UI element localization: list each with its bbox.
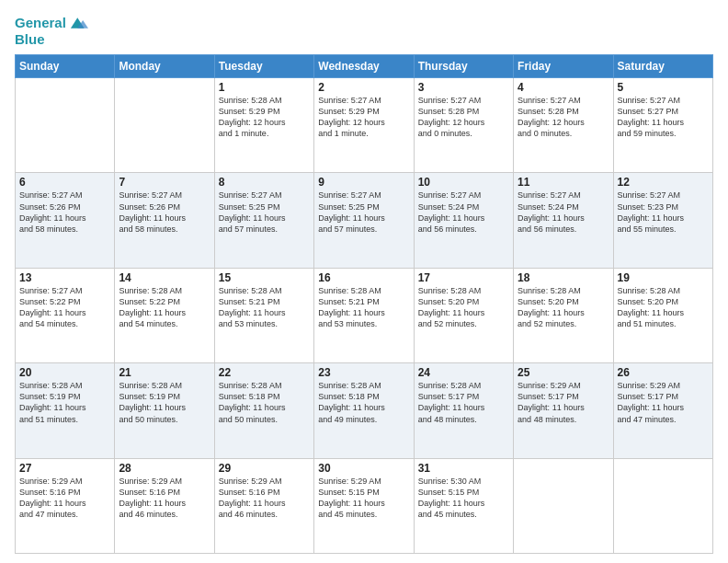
day-number: 16 xyxy=(318,271,409,284)
cell-info: Sunrise: 5:28 AM Sunset: 5:19 PM Dayligh… xyxy=(19,380,110,425)
cell-info: Sunrise: 5:28 AM Sunset: 5:22 PM Dayligh… xyxy=(119,285,210,330)
calendar-cell: 6Sunrise: 5:27 AM Sunset: 5:26 PM Daylig… xyxy=(16,173,115,268)
day-number: 2 xyxy=(318,81,409,94)
day-number: 10 xyxy=(418,176,509,189)
calendar-cell xyxy=(613,458,712,553)
cell-info: Sunrise: 5:27 AM Sunset: 5:26 PM Dayligh… xyxy=(119,190,210,235)
calendar-cell: 17Sunrise: 5:28 AM Sunset: 5:20 PM Dayli… xyxy=(414,268,513,362)
calendar-header-row: SundayMondayTuesdayWednesdayThursdayFrid… xyxy=(16,55,713,78)
cell-info: Sunrise: 5:30 AM Sunset: 5:15 PM Dayligh… xyxy=(418,476,509,521)
day-number: 25 xyxy=(518,366,609,379)
calendar-cell: 26Sunrise: 5:29 AM Sunset: 5:17 PM Dayli… xyxy=(613,363,712,458)
day-number: 21 xyxy=(119,366,210,379)
cell-info: Sunrise: 5:28 AM Sunset: 5:29 PM Dayligh… xyxy=(219,95,310,140)
page: General Blue SundayMondayTuesdayWednesda… xyxy=(0,0,728,563)
day-number: 31 xyxy=(418,462,509,475)
calendar-cell: 22Sunrise: 5:28 AM Sunset: 5:18 PM Dayli… xyxy=(214,363,313,458)
cell-info: Sunrise: 5:29 AM Sunset: 5:17 PM Dayligh… xyxy=(618,380,709,425)
col-header-wednesday: Wednesday xyxy=(314,55,414,78)
calendar-cell xyxy=(115,78,214,173)
day-number: 12 xyxy=(618,176,709,189)
col-header-thursday: Thursday xyxy=(414,55,513,78)
calendar-cell: 29Sunrise: 5:29 AM Sunset: 5:16 PM Dayli… xyxy=(214,458,313,553)
calendar-cell xyxy=(514,458,613,553)
day-number: 20 xyxy=(19,366,110,379)
cell-info: Sunrise: 5:27 AM Sunset: 5:24 PM Dayligh… xyxy=(418,190,509,235)
col-header-sunday: Sunday xyxy=(16,55,115,78)
calendar-cell: 31Sunrise: 5:30 AM Sunset: 5:15 PM Dayli… xyxy=(414,458,513,553)
logo-icon xyxy=(68,13,88,33)
calendar-cell: 23Sunrise: 5:28 AM Sunset: 5:18 PM Dayli… xyxy=(314,363,414,458)
calendar-week-3: 13Sunrise: 5:27 AM Sunset: 5:22 PM Dayli… xyxy=(16,268,713,362)
calendar-cell: 10Sunrise: 5:27 AM Sunset: 5:24 PM Dayli… xyxy=(414,173,513,268)
cell-info: Sunrise: 5:28 AM Sunset: 5:17 PM Dayligh… xyxy=(418,380,509,425)
cell-info: Sunrise: 5:27 AM Sunset: 5:28 PM Dayligh… xyxy=(418,95,509,140)
col-header-friday: Friday xyxy=(514,55,613,78)
cell-info: Sunrise: 5:27 AM Sunset: 5:23 PM Dayligh… xyxy=(618,190,709,235)
calendar-cell: 3Sunrise: 5:27 AM Sunset: 5:28 PM Daylig… xyxy=(414,78,513,173)
day-number: 1 xyxy=(219,81,310,94)
cell-info: Sunrise: 5:29 AM Sunset: 5:17 PM Dayligh… xyxy=(518,380,609,425)
day-number: 19 xyxy=(618,271,709,284)
day-number: 30 xyxy=(318,462,409,475)
day-number: 8 xyxy=(219,176,310,189)
day-number: 22 xyxy=(219,366,310,379)
col-header-monday: Monday xyxy=(115,55,214,78)
cell-info: Sunrise: 5:28 AM Sunset: 5:20 PM Dayligh… xyxy=(518,285,609,330)
cell-info: Sunrise: 5:28 AM Sunset: 5:21 PM Dayligh… xyxy=(219,285,310,330)
day-number: 7 xyxy=(119,176,210,189)
day-number: 9 xyxy=(318,176,409,189)
calendar-cell xyxy=(16,78,115,173)
day-number: 29 xyxy=(219,462,310,475)
calendar-cell: 2Sunrise: 5:27 AM Sunset: 5:29 PM Daylig… xyxy=(314,78,414,173)
day-number: 26 xyxy=(618,366,709,379)
cell-info: Sunrise: 5:27 AM Sunset: 5:25 PM Dayligh… xyxy=(219,190,310,235)
calendar-cell: 14Sunrise: 5:28 AM Sunset: 5:22 PM Dayli… xyxy=(115,268,214,362)
cell-info: Sunrise: 5:29 AM Sunset: 5:16 PM Dayligh… xyxy=(19,476,110,521)
cell-info: Sunrise: 5:27 AM Sunset: 5:26 PM Dayligh… xyxy=(19,190,110,235)
day-number: 28 xyxy=(119,462,210,475)
calendar-week-2: 6Sunrise: 5:27 AM Sunset: 5:26 PM Daylig… xyxy=(16,173,713,268)
col-header-tuesday: Tuesday xyxy=(214,55,313,78)
cell-info: Sunrise: 5:27 AM Sunset: 5:22 PM Dayligh… xyxy=(19,285,110,330)
cell-info: Sunrise: 5:27 AM Sunset: 5:27 PM Dayligh… xyxy=(618,95,709,140)
calendar-cell: 15Sunrise: 5:28 AM Sunset: 5:21 PM Dayli… xyxy=(214,268,313,362)
cell-info: Sunrise: 5:28 AM Sunset: 5:19 PM Dayligh… xyxy=(119,380,210,425)
day-number: 27 xyxy=(19,462,110,475)
cell-info: Sunrise: 5:29 AM Sunset: 5:16 PM Dayligh… xyxy=(219,476,310,521)
calendar-cell: 9Sunrise: 5:27 AM Sunset: 5:25 PM Daylig… xyxy=(314,173,414,268)
calendar-cell: 8Sunrise: 5:27 AM Sunset: 5:25 PM Daylig… xyxy=(214,173,313,268)
day-number: 3 xyxy=(418,81,509,94)
cell-info: Sunrise: 5:28 AM Sunset: 5:21 PM Dayligh… xyxy=(318,285,409,330)
day-number: 11 xyxy=(518,176,609,189)
calendar-cell: 24Sunrise: 5:28 AM Sunset: 5:17 PM Dayli… xyxy=(414,363,513,458)
logo-text: General xyxy=(15,15,66,31)
day-number: 4 xyxy=(518,81,609,94)
cell-info: Sunrise: 5:27 AM Sunset: 5:24 PM Dayligh… xyxy=(518,190,609,235)
cell-info: Sunrise: 5:29 AM Sunset: 5:15 PM Dayligh… xyxy=(318,476,409,521)
calendar-week-1: 1Sunrise: 5:28 AM Sunset: 5:29 PM Daylig… xyxy=(16,78,713,173)
logo: General Blue xyxy=(15,13,88,47)
cell-info: Sunrise: 5:28 AM Sunset: 5:18 PM Dayligh… xyxy=(219,380,310,425)
calendar-cell: 13Sunrise: 5:27 AM Sunset: 5:22 PM Dayli… xyxy=(16,268,115,362)
col-header-saturday: Saturday xyxy=(613,55,712,78)
calendar-cell: 7Sunrise: 5:27 AM Sunset: 5:26 PM Daylig… xyxy=(115,173,214,268)
cell-info: Sunrise: 5:28 AM Sunset: 5:20 PM Dayligh… xyxy=(418,285,509,330)
calendar-cell: 19Sunrise: 5:28 AM Sunset: 5:20 PM Dayli… xyxy=(613,268,712,362)
cell-info: Sunrise: 5:27 AM Sunset: 5:28 PM Dayligh… xyxy=(518,95,609,140)
calendar-cell: 11Sunrise: 5:27 AM Sunset: 5:24 PM Dayli… xyxy=(514,173,613,268)
day-number: 23 xyxy=(318,366,409,379)
calendar-week-5: 27Sunrise: 5:29 AM Sunset: 5:16 PM Dayli… xyxy=(16,458,713,553)
day-number: 18 xyxy=(518,271,609,284)
calendar-cell: 25Sunrise: 5:29 AM Sunset: 5:17 PM Dayli… xyxy=(514,363,613,458)
calendar-cell: 28Sunrise: 5:29 AM Sunset: 5:16 PM Dayli… xyxy=(115,458,214,553)
day-number: 17 xyxy=(418,271,509,284)
calendar-cell: 21Sunrise: 5:28 AM Sunset: 5:19 PM Dayli… xyxy=(115,363,214,458)
cell-info: Sunrise: 5:28 AM Sunset: 5:18 PM Dayligh… xyxy=(318,380,409,425)
calendar-table: SundayMondayTuesdayWednesdayThursdayFrid… xyxy=(15,54,713,554)
logo-blue: Blue xyxy=(15,31,88,47)
header: General Blue xyxy=(15,13,713,47)
day-number: 5 xyxy=(618,81,709,94)
day-number: 24 xyxy=(418,366,509,379)
calendar-cell: 1Sunrise: 5:28 AM Sunset: 5:29 PM Daylig… xyxy=(214,78,313,173)
